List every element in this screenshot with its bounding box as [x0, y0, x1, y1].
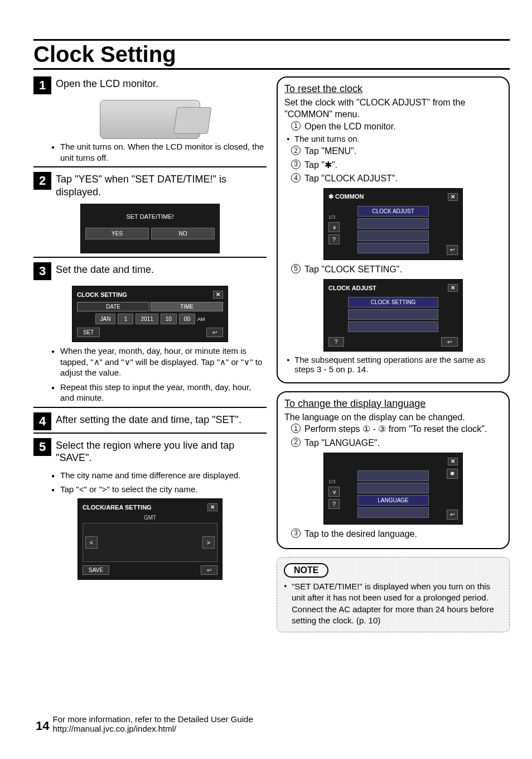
gear-icon[interactable]: ✱	[447, 469, 458, 479]
step-number: 5	[33, 438, 51, 456]
note-tag: NOTE	[284, 563, 328, 578]
note-text: "SET DATE/TIME!" is displayed when you t…	[284, 581, 502, 626]
month-field[interactable]: JAN	[95, 314, 116, 324]
menu-item[interactable]	[357, 230, 429, 241]
menu-item[interactable]	[357, 243, 429, 253]
columns: 1 Open the LCD monitor. The unit turns o…	[33, 76, 510, 632]
substep-text: Tap "CLOCK ADJUST".	[304, 174, 398, 183]
close-icon[interactable]: ✕	[213, 291, 223, 299]
page-indicator: 1/3	[328, 479, 340, 484]
substep-text: Open the LCD monitor.	[304, 122, 396, 131]
menu-item-clock-adjust[interactable]: CLOCK ADJUST	[357, 206, 429, 217]
menu-item[interactable]	[357, 218, 429, 229]
page-indicator: 1/3	[328, 214, 340, 220]
set-button[interactable]: SET	[77, 328, 100, 337]
bullet-text: Repeat this step to input the year, mont…	[54, 382, 267, 403]
down-icon[interactable]: ∨	[328, 222, 340, 232]
screen-title: COMMON	[335, 193, 364, 200]
world-map: < >	[83, 523, 217, 562]
menu-item-language[interactable]: LANGUAGE	[357, 495, 429, 506]
help-icon[interactable]: ?	[328, 234, 340, 244]
menu-item[interactable]	[357, 470, 429, 481]
bullet-text: The city name and time difference are di…	[54, 470, 267, 481]
footer-url: http://manual.jvc.co.jp/index.html/	[52, 724, 176, 733]
sub-bullet: The unit turns on.	[284, 134, 502, 143]
step-text: Tap "YES" when "SET DATE/TIME!" is displ…	[56, 172, 267, 198]
help-icon[interactable]: ?	[328, 337, 344, 347]
step-3: 3 Set the date and time. CLOCK SETTING ✕…	[33, 262, 267, 408]
sub-bullet: The subsequent setting operations are th…	[284, 355, 502, 374]
close-icon[interactable]: ✕	[448, 458, 458, 465]
bullet-text: The unit turns on. When the LCD monitor …	[54, 141, 267, 163]
screenshot-clock-adjust: CLOCK ADJUST ✕ CLOCK SETTING ? ↩	[323, 279, 463, 352]
page-number: 14	[36, 719, 49, 733]
return-icon[interactable]: ↩	[447, 510, 458, 520]
next-icon[interactable]: >	[202, 536, 215, 549]
substep-text: Tap to the desired language.	[304, 529, 417, 539]
substep-text: Perform steps ① - ③ from "To reset the c…	[304, 424, 487, 434]
footer: 14 For more information, refer to the De…	[36, 714, 253, 733]
gmt-label: GMT	[83, 515, 217, 521]
no-button[interactable]: NO	[151, 228, 215, 239]
return-icon[interactable]: ↩	[206, 328, 223, 337]
substep-text: Tap "✱".	[304, 160, 337, 170]
menu-item[interactable]	[357, 483, 429, 493]
screenshot-language-menu: ✕ 1/3 ∨ ? LANGUAGE	[323, 453, 463, 525]
substep-text: Tap "CLOCK SETTING".	[304, 265, 402, 274]
menu-item-clock-setting[interactable]: CLOCK SETTING	[348, 297, 438, 308]
prev-icon[interactable]: <	[85, 536, 98, 549]
screen-title: CLOCK/AREA SETTING	[83, 504, 152, 511]
step-text: Set the date and time.	[56, 262, 154, 276]
camcorder-illustration	[100, 100, 200, 139]
step-text: Open the LCD monitor.	[56, 76, 158, 90]
close-icon[interactable]: ✕	[448, 193, 458, 201]
tab-time[interactable]: TIME	[151, 302, 223, 311]
left-column: 1 Open the LCD monitor. The unit turns o…	[33, 76, 267, 632]
substep-text: Tap "MENU".	[304, 146, 356, 156]
screenshot-common-menu: COMMON ✕ 1/3 ∨ ? CLOCK ADJUST	[323, 188, 463, 260]
yes-button[interactable]: YES	[85, 228, 149, 239]
step-number: 1	[33, 76, 51, 94]
day-field[interactable]: 1	[118, 314, 133, 324]
return-icon[interactable]: ↩	[201, 565, 217, 575]
step-4: 4 After setting the date and time, tap "…	[33, 412, 267, 434]
change-language-box: To change the display language The langu…	[277, 391, 510, 550]
box-heading: To change the display language	[284, 398, 502, 410]
box-text: Set the clock with "CLOCK ADJUST" from t…	[284, 97, 502, 121]
menu-item[interactable]	[348, 321, 438, 332]
help-icon[interactable]: ?	[328, 499, 340, 509]
close-icon[interactable]: ✕	[207, 503, 217, 511]
substep-text: Tap "LANGUAGE".	[304, 438, 380, 448]
hour-field[interactable]: 10	[161, 314, 177, 324]
footer-line1: For more information, refer to the Detai…	[52, 714, 253, 724]
screenshot-clock-setting: CLOCK SETTING ✕ DATE TIME JAN 1 2011 10 …	[72, 286, 228, 342]
bullet-text: When the year, month, day, hour, or minu…	[54, 345, 267, 378]
menu-item[interactable]	[348, 309, 438, 320]
menu-item[interactable]	[357, 507, 429, 518]
step-5: 5 Select the region where you live and t…	[33, 438, 267, 580]
step-2: 2 Tap "YES" when "SET DATE/TIME!" is dis…	[33, 172, 267, 258]
tab-date[interactable]: DATE	[77, 302, 149, 311]
screen-title: CLOCK SETTING	[77, 291, 127, 298]
page-title: Clock Setting	[33, 41, 510, 70]
step-text: After setting the date and time, tap "SE…	[56, 412, 241, 426]
box-text: The language on the display can be chang…	[284, 412, 502, 424]
gear-icon	[328, 193, 333, 200]
note-box: NOTE "SET DATE/TIME!" is displayed when …	[277, 557, 510, 632]
down-icon[interactable]: ∨	[328, 487, 340, 497]
year-field[interactable]: 2011	[136, 314, 158, 324]
page: Clock Setting 1 Open the LCD monitor. Th…	[33, 39, 510, 737]
return-icon[interactable]: ↩	[447, 245, 458, 255]
right-column: To reset the clock Set the clock with "C…	[277, 76, 510, 632]
minute-field[interactable]: 00	[179, 314, 195, 324]
step-number: 3	[33, 262, 51, 280]
ampm-label: AM	[197, 316, 205, 322]
close-icon[interactable]: ✕	[448, 284, 458, 292]
step-text: Select the region where you live and tap…	[56, 438, 267, 464]
screen-title: SET DATE/TIME!	[85, 213, 215, 220]
return-icon[interactable]: ↩	[441, 337, 458, 347]
save-button[interactable]: SAVE	[83, 565, 109, 575]
step-number: 4	[33, 412, 51, 430]
bullet-text: Tap "<" or ">" to select the city name.	[54, 484, 267, 495]
screen-title: CLOCK ADJUST	[328, 285, 376, 291]
